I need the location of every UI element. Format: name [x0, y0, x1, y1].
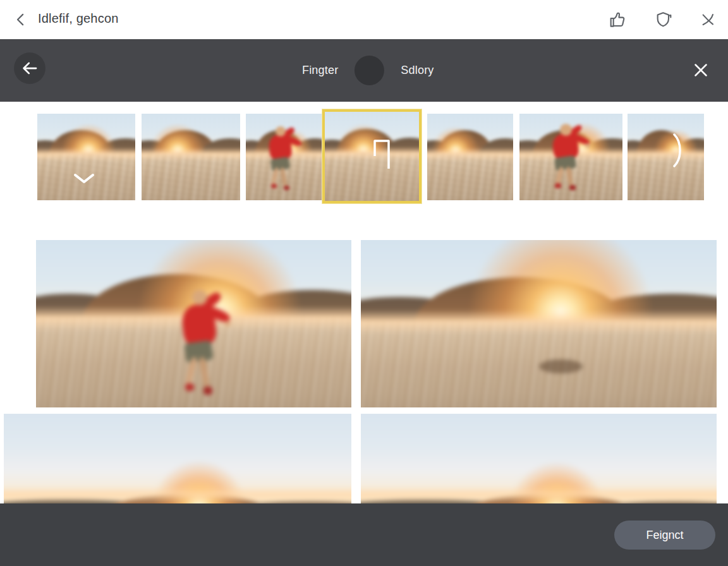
grid-photo-3[interactable]: [4, 414, 351, 503]
primary-action-label: Feignct: [646, 529, 683, 542]
close-icon[interactable]: [690, 59, 712, 81]
frame-marker-icon: [372, 138, 391, 171]
shield-icon[interactable]: [653, 9, 674, 30]
photo-picker-screen: Idlefif, gehcon Fingter: [0, 0, 728, 566]
mode-toggle-dot[interactable]: [355, 56, 384, 85]
photo-image: [361, 414, 717, 503]
arrow-left-icon: [20, 59, 39, 78]
photo-image: [361, 240, 717, 407]
grid-photo-1[interactable]: [36, 240, 351, 407]
filmstrip-thumbnail-6[interactable]: [519, 114, 622, 200]
grid-photo-4[interactable]: [361, 414, 717, 503]
primary-action-button[interactable]: Feignct: [614, 521, 715, 550]
grid-photo-2[interactable]: [361, 240, 717, 407]
filmstrip-thumbnail-7[interactable]: [628, 114, 704, 200]
filmstrip-thumbnail-4-selected[interactable]: [322, 109, 422, 203]
curve-mark-icon: [672, 133, 686, 168]
thumbnail-image: [142, 114, 240, 200]
bottom-action-bar: Feignct: [0, 503, 728, 566]
photo-image: [36, 240, 351, 407]
thumbnail-image: [325, 112, 419, 201]
chevron-down-mark-icon: [73, 172, 95, 185]
toolbar-center-controls: Fingter Sdlory: [302, 39, 434, 102]
filmstrip-thumbnail-2[interactable]: [142, 114, 240, 200]
thumbnail-image: [37, 114, 135, 200]
filmstrip-thumbnail-3[interactable]: [246, 114, 322, 200]
editor-toolbar: Fingter Sdlory: [0, 39, 728, 102]
toolbar-label-right[interactable]: Sdlory: [401, 64, 434, 77]
thumbs-up-icon[interactable]: [607, 9, 627, 30]
toolbar-label-left[interactable]: Fingter: [302, 64, 338, 77]
thumbnail-image: [628, 114, 704, 200]
close-stylized-icon[interactable]: [698, 9, 718, 30]
thumbnail-image: [519, 114, 622, 200]
top-app-bar: Idlefif, gehcon: [0, 0, 728, 39]
thumbnail-image: [427, 114, 513, 200]
page-title: Idlefif, gehcon: [38, 11, 119, 26]
filmstrip-thumbnail-1[interactable]: [37, 114, 135, 200]
back-arrow-button[interactable]: [14, 52, 46, 84]
back-chevron-icon[interactable]: [11, 10, 30, 29]
thumbnail-image: [246, 114, 322, 200]
photo-image: [4, 414, 351, 503]
filmstrip-thumbnail-5[interactable]: [427, 114, 513, 200]
